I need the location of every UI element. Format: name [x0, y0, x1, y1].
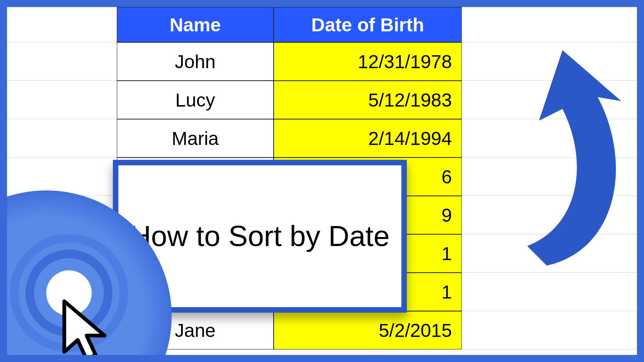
content-frame: Name Date of Birth John 12/31/1978 Lucy …	[7, 7, 637, 355]
cell-dob[interactable]: 12/31/1978	[274, 42, 462, 81]
table-row: John 12/31/1978	[117, 42, 462, 81]
cell-dob[interactable]: 5/2/2015	[274, 311, 462, 349]
cell-name[interactable]: Maria	[117, 119, 274, 157]
table-row: Lucy 5/12/1983	[117, 81, 462, 119]
cell-dob[interactable]: 2/14/1994	[274, 119, 462, 157]
cell-dob[interactable]: 5/12/1983	[274, 81, 462, 119]
mouse-cursor-icon	[49, 294, 124, 355]
curved-arrow-icon	[468, 46, 637, 273]
header-name[interactable]: Name	[117, 7, 274, 42]
table-row: Maria 2/14/1994	[117, 119, 462, 157]
cell-name[interactable]: John	[117, 42, 274, 81]
table-header-row: Name Date of Birth	[117, 7, 462, 42]
title-text: How to Sort by Date	[130, 217, 390, 255]
cell-name[interactable]: Lucy	[117, 81, 274, 119]
header-dob[interactable]: Date of Birth	[274, 7, 462, 42]
